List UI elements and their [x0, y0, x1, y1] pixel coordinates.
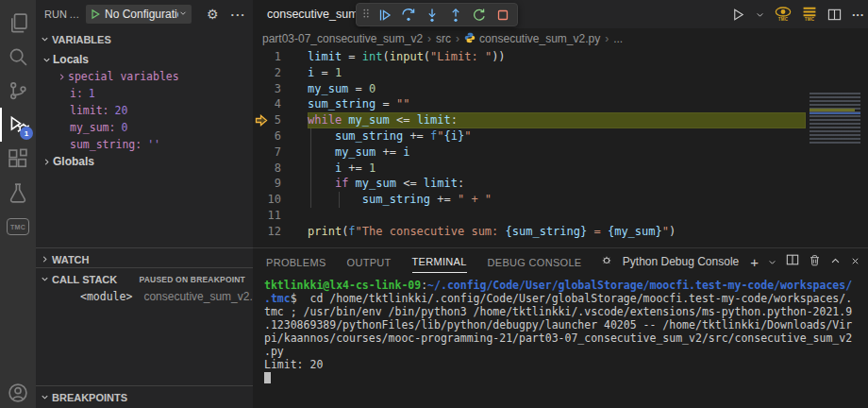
- kill-terminal-icon[interactable]: [809, 253, 821, 270]
- editor-tab-bar: consecutive_sum_v2.py TMC TMC ···: [253, 0, 868, 28]
- start-debug-icon: [90, 8, 101, 20]
- chevron-right-icon: [42, 157, 53, 167]
- split-terminal-icon[interactable]: [786, 253, 799, 270]
- call-stack-section-header[interactable]: CALL STACK PAUSED ON BREAKPOINT: [36, 271, 253, 288]
- step-into-button[interactable]: [422, 5, 442, 26]
- run-file-button[interactable]: [731, 8, 745, 22]
- chevron-down-icon: [178, 8, 188, 21]
- panel-actions: Python Debug Console +: [600, 248, 860, 275]
- editor-area: consecutive_sum_v2.py TMC TMC ··· part03…: [253, 0, 868, 408]
- debug-config-dropdown[interactable]: No Configurations: [86, 5, 192, 24]
- panel-tab-debug-console[interactable]: DEBUG CONSOLE: [488, 251, 582, 273]
- bottom-panel: PROBLEMSOUTPUTTERMINALDEBUG CONSOLE Pyth…: [253, 247, 868, 408]
- chevron-right-icon: [57, 72, 68, 82]
- terminal-line: .tmc$ cd /home/tktlinkki/.config/Code/Us…: [264, 292, 864, 305]
- variables-section-header[interactable]: VARIABLES: [36, 31, 253, 48]
- code-line-1[interactable]: 1limit = int(input("Limit: ")): [253, 49, 868, 65]
- code-line-3[interactable]: 3my_sum = 0: [253, 81, 868, 97]
- panel-tab-terminal[interactable]: TERMINAL: [412, 250, 467, 273]
- watch-title: WATCH: [52, 254, 90, 265]
- pane-divider[interactable]: [36, 267, 253, 268]
- terminal-selector[interactable]: Python Debug Console: [623, 255, 739, 268]
- code-line-6[interactable]: 6 sum_string += f"{i}": [253, 128, 868, 144]
- breadcrumb-item[interactable]: part03-07_consecutive_sum_v2: [262, 32, 423, 45]
- watch-section-header[interactable]: WATCH: [36, 251, 253, 268]
- stop-button[interactable]: [492, 5, 512, 26]
- step-out-button[interactable]: [445, 5, 465, 26]
- breadcrumb-item[interactable]: ...: [613, 32, 623, 45]
- frame-name: <module>: [80, 290, 132, 303]
- source-control-icon[interactable]: [0, 74, 36, 108]
- special-variables-row[interactable]: special variables: [36, 68, 253, 85]
- variable-row[interactable]: limit:20: [36, 102, 253, 119]
- new-terminal-icon[interactable]: +: [750, 254, 759, 270]
- terminal-line: tktlinkki@lx4-cs-link-09:~/.config/Code/…: [264, 279, 864, 292]
- chevron-right-icon: [40, 254, 50, 266]
- code-line-10[interactable]: 10 sum_string += " + ": [253, 192, 868, 208]
- sidebar-header: RUN AND DEBUG No Configurations ⚙ ···: [36, 0, 253, 28]
- code-editor[interactable]: 1limit = int(input("Limit: "))2i = 13my_…: [253, 49, 868, 247]
- current-line-pointer-icon: [255, 114, 268, 129]
- continue-button[interactable]: [375, 5, 394, 26]
- stack-frame-row[interactable]: <module> consecutive_sum_v2.py: [36, 288, 253, 305]
- run-dropdown-chevron-icon[interactable]: [756, 10, 764, 19]
- code-line-9[interactable]: 9 if my_sum <= limit:: [253, 176, 868, 192]
- minimap-highlight: [810, 109, 855, 111]
- code-line-7[interactable]: 7 my_sum += i: [253, 144, 868, 161]
- breakpoints-section-header[interactable]: BREAKPOINTS: [36, 389, 253, 406]
- editor-tab[interactable]: consecutive_sum_v2.py: [253, 0, 370, 28]
- code-line-5[interactable]: 5while my_sum <= limit:: [253, 112, 868, 128]
- toolbar-drag-handle[interactable]: [361, 7, 371, 24]
- pane-divider[interactable]: [36, 247, 253, 248]
- minimap[interactable]: [810, 93, 860, 145]
- globals-group[interactable]: Globals: [36, 153, 253, 170]
- variable-row[interactable]: i:1: [36, 85, 253, 102]
- split-editor-icon[interactable]: [827, 8, 842, 22]
- step-over-button[interactable]: [398, 5, 418, 26]
- tmc-menu-icon[interactable]: TMC: [802, 7, 817, 23]
- debug-sidebar: RUN AND DEBUG No Configurations ⚙ ··· VA…: [36, 0, 253, 408]
- breadcrumb-item[interactable]: consecutive_sum_v2.py: [464, 32, 600, 46]
- variable-row[interactable]: sum_string:'': [36, 136, 253, 153]
- terminal-line: .1230869389/pythonFiles/lib/python/debug…: [264, 318, 864, 332]
- testing-beaker-icon[interactable]: [0, 176, 36, 210]
- breadcrumb-separator: ›: [427, 32, 431, 45]
- call-stack-title: CALL STACK: [52, 274, 117, 285]
- locals-group[interactable]: Locals: [36, 51, 253, 68]
- chevron-down-icon: [40, 274, 50, 286]
- restart-button[interactable]: [469, 5, 489, 26]
- paused-status-badge: PAUSED ON BREAKPOINT: [140, 275, 245, 284]
- code-line-2[interactable]: 2i = 1: [253, 65, 868, 81]
- chevron-down-icon: [40, 392, 50, 404]
- variable-row[interactable]: my_sum:0: [36, 119, 253, 136]
- maximize-panel-icon[interactable]: [830, 253, 841, 270]
- code-line-4[interactable]: 4sum_string = "": [253, 96, 868, 112]
- minimap-line: [810, 112, 860, 114]
- panel-tab-output[interactable]: OUTPUT: [347, 251, 392, 273]
- explorer-icon[interactable]: [0, 6, 36, 40]
- gear-icon[interactable]: ⚙: [207, 7, 219, 22]
- terminal-line: Limit: 20: [264, 358, 864, 371]
- pane-divider[interactable]: [36, 385, 253, 386]
- search-icon[interactable]: [0, 40, 36, 74]
- debug-console-icon: [600, 253, 613, 270]
- account-icon[interactable]: [0, 376, 36, 408]
- extensions-icon[interactable]: [0, 142, 36, 176]
- terminal-output[interactable]: tktlinkki@lx4-cs-link-09:~/.config/Code/…: [264, 279, 864, 408]
- close-panel-icon[interactable]: [850, 253, 860, 270]
- tmc-icon[interactable]: TMC: [0, 210, 36, 244]
- indent-guide: [339, 192, 340, 208]
- panel-tab-problems[interactable]: PROBLEMS: [266, 251, 326, 273]
- run-and-debug-icon[interactable]: 1: [0, 108, 36, 142]
- vscode-window: 1 TMC RUN AND DEBUG No Configurations ⚙ …: [0, 0, 868, 408]
- breadcrumb-item[interactable]: src: [436, 32, 451, 45]
- code-line-12[interactable]: 12print(f"The consecutive sum: {sum_stri…: [253, 224, 868, 240]
- debug-toolbar: [356, 3, 518, 26]
- code-line-8[interactable]: 8 i += 1: [253, 161, 868, 177]
- code-line-11[interactable]: 11: [253, 208, 868, 224]
- tmc-submit-icon[interactable]: TMC: [775, 7, 792, 23]
- editor-more-icon[interactable]: ···: [852, 8, 864, 22]
- terminal-dropdown-chevron-icon[interactable]: [768, 253, 776, 270]
- breakpoints-title: BREAKPOINTS: [52, 392, 127, 403]
- more-actions-icon[interactable]: ···: [231, 8, 246, 22]
